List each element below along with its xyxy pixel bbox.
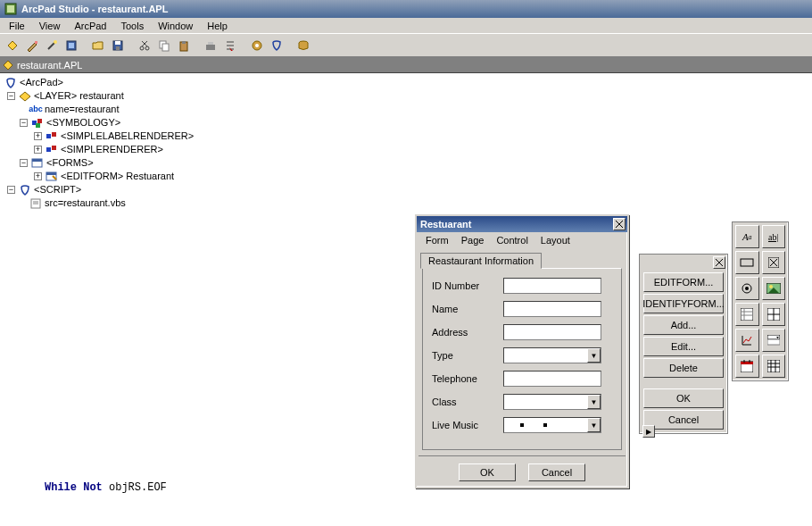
editform-button[interactable]: EDITFORM...	[643, 272, 724, 292]
expander-icon[interactable]: +	[34, 146, 42, 154]
pal-label-icon[interactable]: Aa	[735, 225, 759, 248]
delete-button[interactable]: Delete	[643, 358, 724, 378]
tool-gear-icon[interactable]	[248, 37, 266, 54]
pal-textbox-icon[interactable]: ab|	[762, 225, 786, 248]
menu-view[interactable]: View	[34, 20, 66, 32]
pal-checkbox-icon[interactable]	[762, 251, 786, 274]
menu-window[interactable]: Window	[153, 20, 198, 32]
pal-button-icon[interactable]	[735, 251, 759, 274]
tree-name[interactable]: name=restaurant	[45, 103, 119, 116]
close-icon[interactable]	[713, 256, 725, 269]
pal-chart-icon[interactable]	[735, 329, 759, 352]
svg-rect-9	[115, 41, 120, 45]
name-input[interactable]	[503, 301, 601, 317]
src-icon	[29, 197, 43, 210]
menu-file[interactable]: File	[4, 20, 30, 32]
expander-icon[interactable]: −	[20, 119, 28, 127]
expander-icon[interactable]: +	[34, 172, 42, 180]
title-bar: ArcPad Studio - restaurant.APL	[0, 0, 812, 18]
svg-point-5	[54, 40, 57, 44]
tool-wand-icon[interactable]	[43, 37, 61, 54]
abc-icon: abc	[29, 104, 43, 116]
tree-root-icon	[4, 77, 18, 89]
pal-grid-icon[interactable]	[762, 303, 786, 326]
expander-icon[interactable]: −	[7, 186, 15, 194]
form-designer-dialog: Restuarant Form Page Control Layout Reas…	[415, 214, 629, 488]
tab-restaurant-info[interactable]: Reastaurant Information	[420, 253, 542, 269]
chevron-down-icon[interactable]: ▼	[587, 395, 601, 409]
tool-script-icon[interactable]	[268, 37, 286, 54]
livemusic-select[interactable]: ▼	[503, 417, 601, 433]
tree-slr[interactable]: <SIMPLELABELRENDERER>	[61, 129, 194, 143]
tree-src[interactable]: src=restaurant.vbs	[45, 196, 126, 210]
dialog-cancel-button[interactable]: Cancel	[528, 463, 585, 481]
add-button[interactable]: Add...	[643, 315, 724, 335]
tool-db-icon[interactable]	[294, 37, 312, 54]
dlg-menu-form[interactable]: Form	[420, 234, 454, 246]
dialog-body: ID Number Name Address Type▼ Telephone C…	[422, 268, 622, 450]
type-select[interactable]: ▼	[503, 347, 601, 363]
dlg-menu-layout[interactable]: Layout	[535, 234, 576, 246]
cancel-button[interactable]: Cancel	[643, 410, 724, 430]
tool-copy-icon[interactable]	[155, 37, 173, 54]
edit-button[interactable]: Edit...	[643, 337, 724, 356]
pal-image-icon[interactable]	[762, 277, 786, 300]
svg-rect-10	[116, 46, 120, 50]
dialog-titlebar[interactable]: Restuarant	[417, 216, 627, 232]
svg-point-51	[745, 287, 749, 290]
svg-rect-35	[46, 147, 51, 152]
tree-script[interactable]: <SCRIPT>	[34, 183, 81, 196]
class-select[interactable]: ▼	[503, 394, 601, 410]
close-icon[interactable]	[613, 218, 626, 230]
tool-cut-icon[interactable]	[136, 37, 153, 54]
menu-arcpad[interactable]: ArcPad	[69, 20, 112, 32]
dlg-menu-page[interactable]: Page	[456, 234, 490, 246]
pal-listbox-icon[interactable]	[735, 303, 759, 326]
svg-rect-66	[767, 339, 780, 345]
tree-sr[interactable]: <SIMPLERENDERER>	[61, 143, 163, 156]
scroll-right-icon[interactable]: ▶	[642, 425, 655, 438]
dialog-title: Restuarant	[420, 219, 471, 230]
expander-icon[interactable]: −	[20, 159, 28, 167]
expander-icon[interactable]: −	[7, 92, 15, 100]
app-title: ArcPad Studio - restaurant.APL	[21, 4, 168, 14]
tree-layer[interactable]: <LAYER> restaurant	[34, 89, 124, 103]
svg-rect-55	[741, 308, 753, 321]
tool-save-icon[interactable]	[109, 37, 127, 54]
dlg-menu-control[interactable]: Control	[491, 234, 533, 246]
label-address: Address	[432, 327, 503, 338]
pal-datepicker-icon[interactable]	[735, 355, 759, 378]
control-palette: Aa ab|	[732, 221, 789, 381]
svg-rect-38	[32, 159, 42, 162]
menu-tools[interactable]: Tools	[115, 20, 149, 32]
address-input[interactable]	[503, 324, 601, 340]
chevron-down-icon[interactable]: ▼	[587, 348, 601, 363]
tool-paste-icon[interactable]	[175, 37, 193, 54]
tool-open-icon[interactable]	[89, 37, 107, 54]
chevron-down-icon[interactable]: ▼	[587, 418, 601, 432]
pal-table-icon[interactable]	[762, 355, 786, 378]
tool-config-icon[interactable]	[62, 37, 80, 54]
tree-symbology[interactable]: <SYMBOLOGY>	[46, 116, 120, 129]
dialog-ok-button[interactable]: OK	[459, 463, 516, 481]
id-input from[interactable]	[503, 278, 601, 294]
svg-rect-31	[37, 119, 42, 123]
pal-radio-icon[interactable]	[735, 277, 759, 300]
tree-root[interactable]: <ArcPad>	[20, 76, 63, 89]
label-id: ID Number	[432, 280, 503, 291]
identifyform-button[interactable]: IDENTIFYFORM...	[643, 294, 724, 313]
toolbar	[0, 34, 812, 57]
document-tab[interactable]: restaurant.APL	[17, 60, 82, 71]
tool-misc2-icon[interactable]	[221, 37, 239, 54]
tree-forms[interactable]: <FORMS>	[46, 156, 94, 170]
pal-combo-icon[interactable]	[762, 329, 786, 352]
ok-button[interactable]: OK	[643, 388, 724, 408]
tool-layer-icon[interactable]	[4, 37, 21, 54]
telephone-input[interactable]	[503, 371, 601, 387]
tool-edit-icon[interactable]	[23, 37, 41, 54]
label-name: Name	[432, 304, 503, 314]
expander-icon[interactable]: +	[34, 132, 42, 140]
menu-help[interactable]: Help	[202, 20, 233, 32]
tool-misc1-icon[interactable]	[202, 37, 220, 54]
tree-editform[interactable]: <EDITFORM> Restuarant	[61, 170, 174, 183]
